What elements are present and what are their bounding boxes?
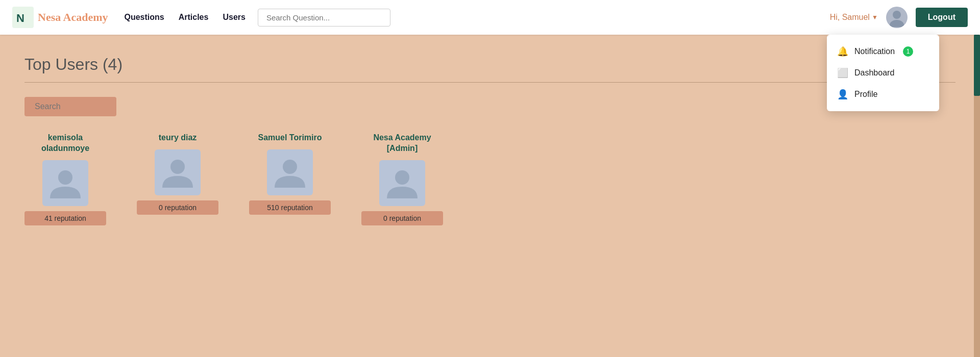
search-input[interactable] bbox=[258, 9, 390, 27]
user-card[interactable]: teury diaz 0 reputation bbox=[137, 133, 218, 225]
user-card[interactable]: Samuel Torimiro 510 reputation bbox=[249, 133, 331, 225]
brand-logo-icon: N bbox=[12, 7, 34, 28]
nav-questions[interactable]: Questions bbox=[124, 13, 164, 22]
user-avatar bbox=[379, 160, 425, 206]
reputation-badge: 0 reputation bbox=[361, 211, 443, 225]
reputation-badge: 510 reputation bbox=[249, 200, 331, 215]
page-title: Top Users (4) bbox=[24, 55, 955, 74]
user-search-input[interactable] bbox=[24, 97, 116, 116]
dropdown-arrow-icon: ▼ bbox=[872, 14, 878, 21]
avatar-icon bbox=[887, 8, 906, 27]
nav-articles[interactable]: Articles bbox=[179, 13, 209, 22]
navbar-right: Hi, Samuel ▼ Logout bbox=[830, 7, 968, 28]
dropdown-dashboard[interactable]: ⬜ Dashboard bbox=[827, 62, 939, 84]
user-name: Nesa Academy [Admin] bbox=[361, 133, 443, 154]
divider bbox=[24, 82, 955, 83]
user-avatar bbox=[155, 149, 201, 195]
svg-point-7 bbox=[395, 170, 409, 185]
nav-users[interactable]: Users bbox=[223, 13, 245, 22]
users-grid: kemisola oladunmoye 41 reputation teury … bbox=[24, 133, 955, 225]
svg-point-4 bbox=[58, 170, 72, 185]
avatar[interactable] bbox=[886, 7, 908, 28]
scrollbar-track[interactable] bbox=[974, 35, 980, 357]
reputation-badge: 41 reputation bbox=[24, 211, 106, 225]
dropdown-notification[interactable]: 🔔 Notification 1 bbox=[827, 41, 939, 62]
logout-button[interactable]: Logout bbox=[916, 8, 968, 27]
svg-point-6 bbox=[283, 160, 297, 174]
reputation-badge: 0 reputation bbox=[137, 200, 218, 215]
svg-text:N: N bbox=[16, 12, 24, 24]
navbar: N Nesa Academy Questions Articles Users … bbox=[0, 0, 980, 35]
dashboard-icon: ⬜ bbox=[837, 67, 848, 79]
brand-name: Nesa Academy bbox=[38, 11, 108, 24]
user-dropdown: 🔔 Notification 1 ⬜ Dashboard 👤 Profile bbox=[827, 35, 939, 111]
user-avatar bbox=[267, 149, 313, 195]
profile-icon: 👤 bbox=[837, 89, 848, 100]
user-name: Samuel Torimiro bbox=[258, 133, 322, 143]
user-card[interactable]: Nesa Academy [Admin] 0 reputation bbox=[361, 133, 443, 225]
user-avatar-icon bbox=[384, 165, 420, 201]
dropdown-profile[interactable]: 👤 Profile bbox=[827, 84, 939, 105]
user-avatar bbox=[42, 160, 88, 206]
scrollbar-thumb[interactable] bbox=[974, 35, 980, 96]
nav-links: Questions Articles Users bbox=[124, 13, 245, 22]
brand[interactable]: N Nesa Academy bbox=[12, 7, 108, 28]
user-avatar-icon bbox=[272, 155, 308, 190]
notification-badge: 1 bbox=[903, 46, 913, 57]
user-name: teury diaz bbox=[159, 133, 197, 143]
user-name: kemisola oladunmoye bbox=[24, 133, 106, 154]
user-avatar-icon bbox=[160, 155, 195, 190]
user-avatar-icon bbox=[47, 165, 83, 201]
user-greeting[interactable]: Hi, Samuel ▼ bbox=[830, 13, 878, 22]
svg-point-5 bbox=[170, 160, 185, 174]
svg-point-2 bbox=[893, 11, 901, 19]
bell-icon: 🔔 bbox=[837, 46, 848, 57]
user-card[interactable]: kemisola oladunmoye 41 reputation bbox=[24, 133, 106, 225]
svg-point-3 bbox=[890, 20, 904, 27]
